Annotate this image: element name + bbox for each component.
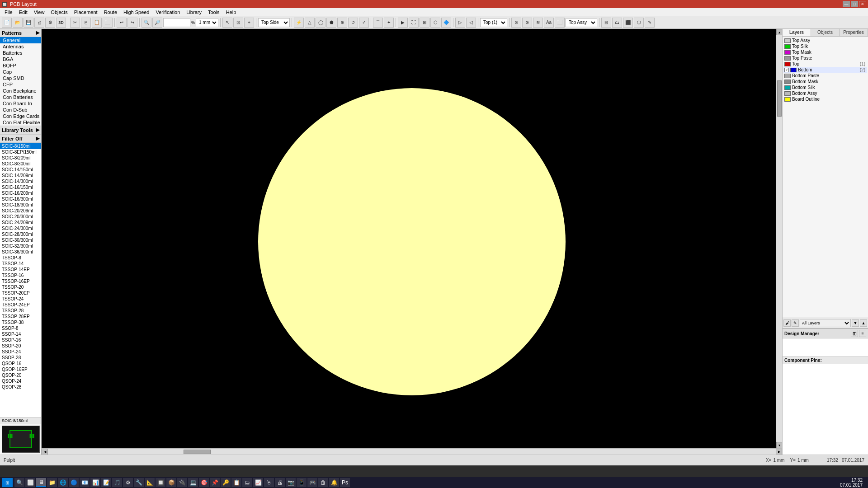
comp-tssop20ep[interactable]: TSSOP-20EP <box>0 290 41 296</box>
menu-placement[interactable]: Placement <box>71 9 100 15</box>
zoom-in-button[interactable]: 🔍 <box>142 18 151 28</box>
close-button[interactable]: ✕ <box>859 1 866 7</box>
comp-soic20-209[interactable]: SOIC-20/209ml <box>0 208 41 214</box>
undo-button[interactable]: ↩ <box>117 18 127 28</box>
cat-cap[interactable]: Cap <box>0 69 41 75</box>
3d-button[interactable]: 3D <box>56 18 66 28</box>
comp-soic14-209[interactable]: SOIC-14/209ml <box>0 173 41 178</box>
menu-view[interactable]: View <box>31 9 47 15</box>
taskbar-icon9[interactable]: 📌 <box>210 478 220 487</box>
tb-icon26[interactable]: ✎ <box>645 18 655 28</box>
layer-bottom-assy[interactable]: Bottom Assy <box>783 90 867 96</box>
comp-soic18-300[interactable]: SOIC-18/300ml <box>0 202 41 208</box>
layer-bottom-mask[interactable]: Bottom Mask <box>783 79 867 84</box>
tb-icon3[interactable]: ◯ <box>316 18 326 28</box>
layer-bottom-paste[interactable]: Bottom Paste <box>783 73 867 79</box>
taskbar-word[interactable]: 📝 <box>101 478 111 487</box>
taskbar-taskview[interactable]: ⬜ <box>25 478 35 487</box>
tb-icon7[interactable]: ✓ <box>359 18 369 28</box>
menu-objects[interactable]: Objects <box>48 9 70 15</box>
taskbar-explorer[interactable]: 📁 <box>47 478 57 487</box>
taskbar-icon1[interactable]: ⚙ <box>123 478 133 487</box>
taskbar-mail[interactable]: 📧 <box>80 478 90 487</box>
tb-icon24[interactable]: ⬛ <box>623 18 633 28</box>
comp-soic8-209[interactable]: SOIC-8/209ml <box>0 155 41 161</box>
comp-ssop16[interactable]: SSOP-16 <box>0 337 41 343</box>
comp-tssop28[interactable]: TSSOP-28 <box>0 308 41 314</box>
side-select[interactable]: Top Side Bottom Side <box>258 18 290 27</box>
menu-verification[interactable]: Verification <box>153 9 183 15</box>
taskbar-icon4[interactable]: 🔲 <box>156 478 165 487</box>
minimize-button[interactable]: — <box>843 1 850 7</box>
unit-select[interactable]: 1 mm <box>196 18 218 27</box>
zoom-out-button[interactable]: 🔎 <box>152 18 162 28</box>
taskbar-icon8[interactable]: 🎯 <box>199 478 209 487</box>
comp-qsop28[interactable]: QSOP-28 <box>0 384 41 390</box>
tb-icon20[interactable]: Aa <box>544 18 554 28</box>
tb-icon16[interactable]: ◁ <box>466 18 476 28</box>
taskbar-search[interactable]: 🔍 <box>14 478 24 487</box>
comp-ssop20[interactable]: SSOP-20 <box>0 343 41 349</box>
taskbar-chrome[interactable]: 🌐 <box>58 478 68 487</box>
taskbar-icon11[interactable]: 📋 <box>231 478 241 487</box>
redo-button[interactable]: ↪ <box>127 18 137 28</box>
menu-library[interactable]: Library <box>184 9 204 15</box>
comp-soic30-300[interactable]: SOIC-30/300ml <box>0 237 41 243</box>
design-manager-header[interactable]: Design Manager ◫ ≡ <box>783 329 868 338</box>
comp-soic16-150[interactable]: SOIC-16/150ml <box>0 184 41 190</box>
comp-ssop8[interactable]: SSOP-8 <box>0 325 41 331</box>
cat-conflatflexible[interactable]: Con Flat Flexible <box>0 119 41 126</box>
layer-top-mask[interactable]: Top Mask <box>783 49 867 55</box>
comp-qsop16ep[interactable]: QSOP-16EP <box>0 366 41 372</box>
comp-soic24-300[interactable]: SOIC-24/300ml <box>0 225 41 231</box>
tb-icon21[interactable]: ⬜ <box>555 18 565 28</box>
tb-icon17[interactable]: ⊘ <box>511 18 521 28</box>
layer-paint-button[interactable]: 🖌 <box>783 319 791 327</box>
comp-ssop14[interactable]: SSOP-14 <box>0 331 41 337</box>
layer-check-bottom[interactable]: ✓ <box>784 68 789 72</box>
layer-top[interactable]: Top (1) <box>783 61 867 67</box>
comp-soic14-300[interactable]: SOIC-14/300ml <box>0 178 41 184</box>
comp-soic32-300[interactable]: SOIC-32/300ml <box>0 243 41 249</box>
menu-route[interactable]: Route <box>101 9 120 15</box>
scroll-thumb-horizontal[interactable] <box>184 450 211 454</box>
taskbar-icon14[interactable]: 🖱 <box>264 478 274 487</box>
taskbar-calc[interactable]: 📊 <box>90 478 100 487</box>
comp-soic20-300[interactable]: SOIC-20/300ml <box>0 214 41 220</box>
layer-top-silk[interactable]: Top Silk <box>783 43 867 49</box>
taskbar-icon17[interactable]: 📱 <box>297 478 307 487</box>
comp-soic36-300[interactable]: SOIC-36/300ml <box>0 249 41 255</box>
scroll-right-arrow[interactable]: ▶ <box>776 449 782 455</box>
comp-tssop24ep[interactable]: TSSOP-24EP <box>0 302 41 308</box>
tb-icon22[interactable]: ⊟ <box>601 18 611 28</box>
layer-up-button[interactable]: ▲ <box>860 319 867 327</box>
taskbar-icon13[interactable]: 📈 <box>253 478 263 487</box>
tb-icon2[interactable]: △ <box>305 18 315 28</box>
tb-btn-fit[interactable]: ⊡ <box>233 18 243 28</box>
dm-btn2[interactable]: ≡ <box>859 330 866 337</box>
cat-conbackplane[interactable]: Con Backplane <box>0 88 41 94</box>
select-button[interactable]: ↖ <box>222 18 232 28</box>
paste-button[interactable]: 📋 <box>92 18 102 28</box>
comp-tssop24[interactable]: TSSOP-24 <box>0 296 41 302</box>
comp-tssop14[interactable]: TSSOP-14 <box>0 261 41 267</box>
tb-icon5[interactable]: ⊕ <box>337 18 347 28</box>
cat-condsub[interactable]: Con D-Sub <box>0 107 41 113</box>
layer-bottom[interactable]: ✓ Bottom (2) <box>783 67 867 73</box>
start-button[interactable]: ⊞ <box>2 478 13 487</box>
comp-tssop16[interactable]: TSSOP-16 <box>0 272 41 278</box>
library-tools-header[interactable]: Library Tools ▶ <box>0 126 41 134</box>
comp-soic28-300[interactable]: SOIC-28/300ml <box>0 231 41 237</box>
comp-qsop24[interactable]: QSOP-24 <box>0 378 41 384</box>
taskbar-music[interactable]: 🎵 <box>112 478 122 487</box>
maximize-button[interactable]: □ <box>851 1 858 7</box>
taskbar-icon2[interactable]: 🔧 <box>134 478 144 487</box>
comp-ssop24[interactable]: SSOP-24 <box>0 349 41 355</box>
cat-capsmd[interactable]: Cap SMD <box>0 75 41 81</box>
comp-qsop20[interactable]: QSOP-20 <box>0 372 41 378</box>
cat-bga[interactable]: BGA <box>0 56 41 62</box>
tb-icon15[interactable]: ▷ <box>455 18 465 28</box>
comp-soic16-209[interactable]: SOIC-16/209ml <box>0 190 41 196</box>
comp-soic24-209[interactable]: SOIC-24/209ml <box>0 220 41 225</box>
comp-tssop38[interactable]: TSSOP-38 <box>0 319 41 325</box>
